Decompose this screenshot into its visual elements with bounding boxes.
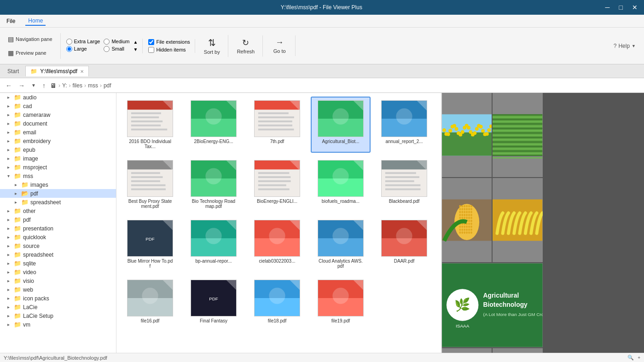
file-item[interactable]: bp-annual-repor... [184, 216, 244, 272]
maximize-button[interactable]: □ [616, 3, 626, 12]
file-item[interactable]: Bio Technology Roadmap.pdf [184, 156, 244, 213]
large-radio[interactable] [66, 46, 72, 52]
file-item[interactable]: Agricultural_Biot... [311, 97, 371, 153]
goto-button[interactable]: → Go to [268, 35, 290, 56]
file-item[interactable]: file18.pdf [247, 276, 307, 327]
expand-icon: ▸ [7, 95, 14, 100]
minimize-button[interactable]: ─ [603, 3, 613, 12]
sidebar-item-icon-packs[interactable]: ▸📁icon packs [0, 294, 116, 303]
svg-rect-15 [258, 112, 289, 114]
file-item[interactable]: BioEnergy-ENGLI... [247, 156, 307, 213]
file-item[interactable]: cielab03022003... [247, 216, 307, 272]
file-item[interactable]: Blackbeard.pdf [374, 156, 434, 213]
file-item[interactable]: biofuels_roadma... [311, 156, 371, 213]
sidebar-item-video[interactable]: ▸📁video [0, 268, 116, 276]
large-label[interactable]: Large [74, 46, 87, 52]
forward-button[interactable]: → [17, 81, 27, 90]
sidebar-item-msproject[interactable]: ▸📁msproject [0, 163, 116, 172]
small-label[interactable]: Small [111, 46, 124, 52]
medium-label[interactable]: Medium [111, 39, 129, 44]
file-item[interactable]: annual_report_2... [374, 97, 434, 153]
sidebar-item-presentation[interactable]: ▸📁presentation [0, 224, 116, 233]
view-size-up[interactable]: ▲ [133, 39, 138, 46]
svg-rect-19 [258, 129, 294, 131]
breadcrumb-mss[interactable]: mss [88, 82, 98, 89]
sidebar-item-images[interactable]: ▸📁images [0, 180, 116, 189]
breadcrumb-y[interactable]: Y: [62, 82, 67, 89]
small-radio[interactable] [104, 46, 110, 52]
sidebar-item-quicklook[interactable]: ▸📁quicklook [0, 233, 116, 241]
sidebar-item-mss[interactable]: ▾📁mss [0, 172, 116, 180]
hidden-items-checkbox[interactable] [148, 47, 154, 53]
file-item[interactable]: DAAR.pdf [374, 216, 434, 272]
folder-icon: 📁 [14, 216, 21, 223]
breadcrumb-files[interactable]: files [73, 82, 82, 89]
sidebar-item-spreadsheet[interactable]: ▸📁spreadsheet [0, 250, 116, 259]
sidebar-item-source[interactable]: ▸📁source [0, 241, 116, 250]
menu-home[interactable]: Home [25, 17, 46, 26]
close-button[interactable]: ✕ [629, 3, 640, 12]
sidebar-item-lacie-setup[interactable]: ▸📁LaCie Setup [0, 311, 116, 320]
sidebar-item-image[interactable]: ▸📁image [0, 154, 116, 163]
start-tab[interactable]: Start [3, 66, 23, 76]
svg-rect-5 [131, 125, 161, 126]
file-item[interactable]: PDFFinal Fantasy [184, 276, 244, 327]
extra-large-radio[interactable] [66, 39, 72, 45]
view-size-down[interactable]: ▼ [133, 46, 138, 53]
expand-icon: ▸ [15, 191, 21, 196]
up-button[interactable]: ↑ [41, 81, 47, 90]
sidebar-item-other[interactable]: ▸📁other [0, 207, 116, 215]
navigation-pane-button[interactable]: ▤ Navigation pane [5, 33, 56, 45]
preview-pane-label: Preview pane [16, 50, 46, 56]
svg-point-209 [466, 229, 468, 231]
sidebar-item-web[interactable]: ▸📁web [0, 285, 116, 294]
file-item[interactable]: file16.pdf [120, 276, 180, 327]
zoom-out-button[interactable]: 🔍 [627, 355, 634, 361]
sidebar-item-lacie[interactable]: ▸📁LaCie [0, 303, 116, 311]
svg-point-128 [479, 125, 483, 129]
sidebar-item-visio[interactable]: ▸📁visio [0, 276, 116, 285]
help-button[interactable]: ? Help ▼ [610, 41, 639, 51]
zoom-in-button[interactable]: + [638, 355, 640, 360]
extra-large-label[interactable]: Extra Large [74, 39, 100, 44]
path-tab[interactable]: 📁 Y:\files\mss\pdf ✕ [25, 66, 89, 76]
sidebar-item-sqlite[interactable]: ▸📁sqlite [0, 259, 116, 268]
menu-file[interactable]: File [4, 17, 18, 25]
file-item[interactable]: file19.pdf [311, 276, 371, 327]
sidebar-item-audio[interactable]: ▸📁audio [0, 93, 116, 102]
medium-radio[interactable] [104, 39, 110, 45]
file-item[interactable]: 2016 BDO Individual Tax... [120, 97, 180, 153]
file-item[interactable]: 2BioEnergy-ENG... [184, 97, 244, 153]
sidebar-item-cameraraw[interactable]: ▸📁cameraraw [0, 110, 116, 119]
tab-close-button[interactable]: ✕ [80, 69, 84, 74]
file-item[interactable]: 7th.pdf [247, 97, 307, 153]
svg-point-113 [448, 129, 452, 132]
refresh-button[interactable]: ↻ Refresh [234, 35, 258, 57]
sort-by-button[interactable]: ⇅ Sort by [201, 35, 223, 57]
sidebar-item-vm[interactable]: ▸📁vm [0, 320, 116, 329]
svg-point-161 [466, 205, 468, 207]
file-extensions-label[interactable]: File extensions [156, 39, 190, 45]
svg-rect-147 [493, 139, 542, 140]
svg-rect-6 [131, 129, 167, 131]
expand-icon: ▸ [7, 226, 14, 231]
sidebar-item-epub[interactable]: ▸📁epub [0, 145, 116, 154]
hidden-items-label[interactable]: Hidden items [156, 47, 186, 52]
sidebar-item-pdf[interactable]: ▸📂pdf [0, 189, 116, 198]
sidebar-item-pdf[interactable]: ▸📁pdf [0, 215, 116, 224]
file-item[interactable]: Best Buy Proxy Statement.pdf [120, 156, 180, 213]
breadcrumb-pdf[interactable]: pdf [104, 82, 111, 89]
file-item[interactable]: Cloud Analytics AWS.pdf [311, 216, 371, 272]
main-area: ▸📁audio▸📁cad▸📁cameraraw▸📁document▸📁email… [0, 93, 644, 353]
preview-pane-button[interactable]: ▦ Preview pane [5, 47, 50, 59]
sidebar-item-document[interactable]: ▸📁document [0, 119, 116, 128]
sidebar-item-embroidery[interactable]: ▸📁embroidery [0, 137, 116, 145]
file-item[interactable]: PDFBlue Mirror How To.pdf [120, 216, 180, 272]
folder-icon: 📁 [14, 260, 21, 267]
dropdown-button[interactable]: ▼ [29, 82, 38, 89]
sidebar-item-email[interactable]: ▸📁email [0, 128, 116, 137]
back-button[interactable]: ← [4, 81, 14, 90]
file-extensions-checkbox[interactable] [148, 39, 154, 45]
sidebar-item-cad[interactable]: ▸📁cad [0, 102, 116, 110]
sidebar-item-spreadsheet[interactable]: ▸📁spreadsheet [0, 198, 116, 207]
